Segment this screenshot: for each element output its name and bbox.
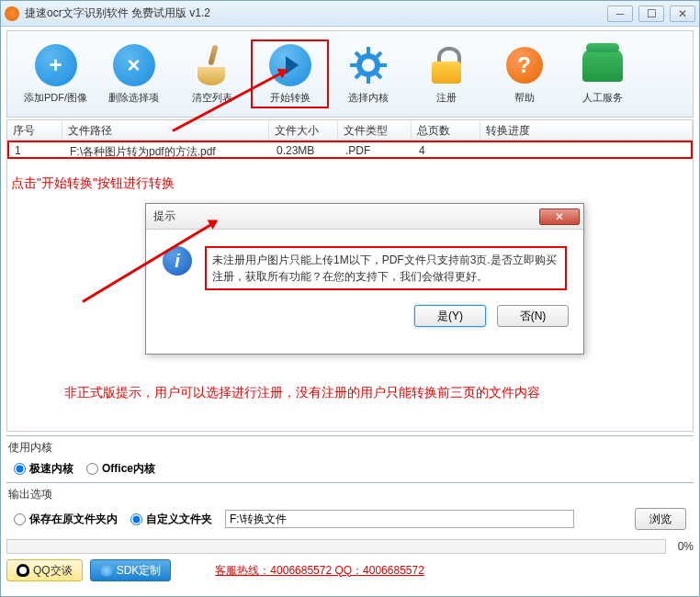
engine-office-radio[interactable]: Office内核 [86, 461, 155, 477]
add-file-button[interactable]: + 添加PDF/图像 [17, 43, 95, 105]
plus-icon: + [35, 44, 77, 86]
phone-icon [582, 49, 623, 82]
lock-icon [430, 47, 463, 84]
output-custom-label: 自定义文件夹 [146, 512, 212, 527]
table-header: 序号 文件路径 文件大小 文件类型 总页数 转换进度 [7, 120, 693, 141]
help-button[interactable]: ? 帮助 [485, 43, 563, 105]
engine-group: 使用内核 极速内核 Office内核 [6, 435, 694, 482]
engine-fast-label: 极速内核 [29, 461, 73, 477]
maximize-button[interactable]: ☐ [638, 6, 664, 22]
cell-size: 0.23MB [271, 142, 340, 157]
col-type[interactable]: 文件类型 [338, 120, 412, 140]
footer: QQ交谈 SDK定制 客服热线：4006685572 QQ：4006685572 [6, 559, 694, 581]
broom-icon [194, 45, 231, 85]
dialog-message: 未注册用户图片只能上传1M以下，PDF文件只支持前3页.是否立即购买注册，获取所… [205, 246, 567, 290]
browse-button[interactable]: 浏览 [635, 508, 686, 530]
window-title: 捷速ocr文字识别软件 免费试用版 v1.2 [25, 6, 607, 21]
table-row[interactable]: 1 F:\各种图片转为pdf的方法.pdf 0.23MB .PDF 4 [7, 141, 693, 159]
dialog-close-button[interactable]: ✕ [539, 208, 580, 225]
app-icon [5, 6, 19, 21]
output-original-input[interactable] [14, 513, 26, 525]
cell-seq: 1 [9, 142, 64, 157]
engine-fast-input[interactable] [14, 463, 26, 475]
progress-area: 0% [6, 539, 694, 554]
output-custom-input[interactable] [130, 513, 142, 525]
svg-line-7 [377, 52, 381, 57]
col-size[interactable]: 文件大小 [269, 120, 338, 140]
qq-chat-button[interactable]: QQ交谈 [6, 559, 83, 581]
svg-line-8 [356, 73, 360, 78]
progress-bar [6, 539, 666, 554]
add-label: 添加PDF/图像 [24, 91, 87, 105]
service-button[interactable]: 人工服务 [563, 43, 641, 105]
engine-office-input[interactable] [86, 463, 98, 475]
help-label: 帮助 [514, 91, 535, 105]
sdk-label: SDK定制 [117, 563, 162, 579]
play-icon [269, 44, 311, 86]
cell-type: .PDF [340, 142, 413, 157]
engine-fast-radio[interactable]: 极速内核 [14, 461, 73, 477]
cell-pages: 4 [413, 142, 482, 157]
engine-office-label: Office内核 [102, 461, 155, 477]
hotline-link[interactable]: 客服热线：4006685572 QQ：4006685572 [215, 563, 423, 579]
svg-point-0 [359, 56, 378, 74]
delete-label: 删除选择项 [108, 91, 159, 105]
toolbar: + 添加PDF/图像 × 删除选择项 清空列表 开始转换 选择内核 注册 ? 帮… [6, 30, 694, 118]
engine-label: 选择内核 [348, 91, 389, 105]
annotation-text-2: 非正式版提示，用户可以选择进行注册，没有注册的用户只能转换前三页的文件内容 [64, 385, 540, 401]
dialog-no-button[interactable]: 否(N) [497, 305, 569, 327]
sdk-button[interactable]: SDK定制 [90, 559, 172, 581]
output-group-label: 输出选项 [8, 487, 692, 502]
progress-text: 0% [672, 540, 694, 553]
output-original-radio[interactable]: 保存在原文件夹内 [14, 512, 118, 527]
main-window: 捷速ocr文字识别软件 免费试用版 v1.2 ─ ☐ ✕ + 添加PDF/图像 … [0, 0, 700, 597]
dialog-yes-button[interactable]: 是(Y) [414, 305, 486, 327]
close-button[interactable]: ✕ [670, 6, 695, 22]
penguin-icon [17, 564, 29, 577]
col-seq[interactable]: 序号 [7, 120, 62, 140]
question-icon: ? [506, 47, 543, 84]
svg-line-5 [356, 52, 360, 57]
cell-path: F:\各种图片转为pdf的方法.pdf [64, 142, 271, 157]
titlebar[interactable]: 捷速ocr文字识别软件 免费试用版 v1.2 ─ ☐ ✕ [1, 1, 699, 27]
globe-icon [100, 564, 113, 577]
select-engine-button[interactable]: 选择内核 [329, 43, 407, 105]
output-original-label: 保存在原文件夹内 [29, 512, 118, 527]
col-pages[interactable]: 总页数 [412, 120, 480, 140]
delete-button[interactable]: × 删除选择项 [95, 43, 173, 105]
output-group: 输出选项 保存在原文件夹内 自定义文件夹 浏览 [6, 482, 694, 535]
start-label: 开始转换 [270, 91, 310, 105]
output-custom-radio[interactable]: 自定义文件夹 [130, 512, 212, 527]
register-label: 注册 [436, 91, 457, 105]
annotation-text-1: 点击"开始转换"按钮进行转换 [11, 175, 175, 192]
x-icon: × [113, 44, 155, 86]
minimize-button[interactable]: ─ [607, 6, 633, 22]
svg-line-6 [377, 73, 381, 78]
col-progress[interactable]: 转换进度 [480, 120, 693, 140]
register-button[interactable]: 注册 [407, 43, 485, 105]
output-path-input[interactable] [225, 510, 574, 528]
engine-group-label: 使用内核 [8, 440, 692, 456]
col-path[interactable]: 文件路径 [62, 120, 269, 140]
qq-label: QQ交谈 [33, 563, 73, 579]
file-table: 序号 文件路径 文件大小 文件类型 总页数 转换进度 1 F:\各种图片转为pd… [6, 119, 694, 432]
gear-icon [348, 45, 389, 85]
service-label: 人工服务 [582, 91, 623, 105]
